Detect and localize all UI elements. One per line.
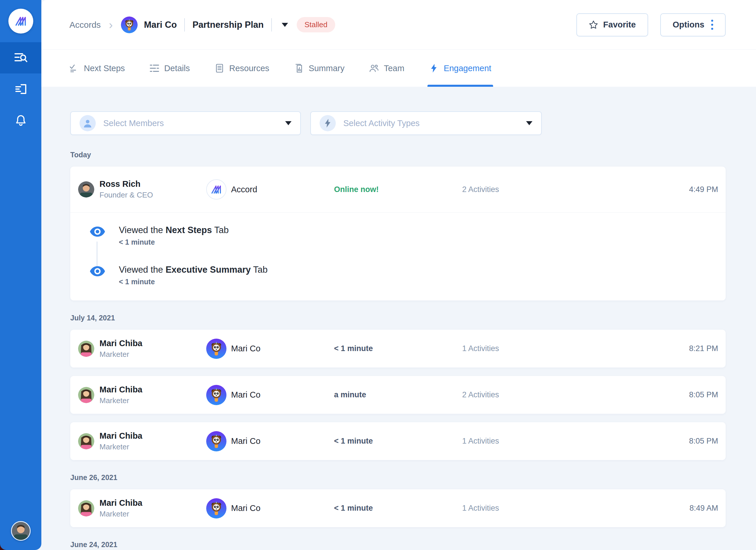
filters-row: Select Members Select Activity Types [70,111,726,135]
list-dashes-icon [150,64,159,73]
person-avatar [78,341,94,357]
org-avatar-marico [206,431,226,451]
engagement-content: Select Members Select Activity Types Tod… [41,111,756,550]
sidebar [0,0,41,550]
row-person: Mari Chiba Marketer [78,498,206,518]
activity-row: Mari Chiba Marketer Mari Co < 1 minute 1… [70,422,726,460]
row-activities-count: 2 Activities [462,390,689,399]
org-name: Accord [231,185,257,194]
engagement-status: a minute [334,390,366,399]
favorite-button[interactable]: Favorite [576,13,648,36]
select-activity-types-dropdown[interactable]: Select Activity Types [310,111,542,135]
options-button[interactable]: Options [660,13,726,36]
org-name: Mari Co [231,503,261,513]
tab-next-steps[interactable]: Next Steps [69,50,125,87]
sidebar-item-board[interactable] [0,73,41,105]
user-avatar-photo [12,522,30,540]
activity-row: Mari Chiba Marketer Mari Co < 1 minute 1… [70,330,726,368]
row-time: 4:49 PM [689,185,718,194]
status-badge: Stalled [297,17,335,32]
star-icon [589,20,598,29]
user-avatar[interactable] [11,521,31,541]
chevron-down-icon [526,121,532,125]
breadcrumb-divider [271,18,272,32]
row-activities-count: 1 Activities [462,504,689,513]
board-icon [15,84,27,95]
tab-team[interactable]: Team [369,50,404,87]
member-filter-avatar [80,115,96,131]
breadcrumb-divider [184,18,185,32]
person-avatar [78,433,94,449]
row-engagement: < 1 minute [334,504,462,513]
accord-logo[interactable] [8,9,33,34]
row-engagement: < 1 minute [334,344,462,353]
sidebar-item-search[interactable] [0,42,41,73]
tab-label: Engagement [444,64,491,73]
person-icon [83,119,92,128]
sidebar-item-notifications[interactable] [0,105,41,136]
row-org: Mari Co [206,385,334,405]
activity-row: Mari Chiba Marketer Mari Co a minute 2 A… [70,376,726,414]
row-engagement: < 1 minute [334,437,462,446]
timeline-event-title: Viewed the Executive Summary Tab [119,264,726,275]
row-time: 8:49 AM [689,504,718,513]
person-avatar [78,387,94,403]
engagement-status: Online now! [334,185,379,194]
activity-row-card[interactable]: Mari Chiba Marketer Mari Co < 1 minute 1… [70,489,726,527]
company-avatar [121,16,138,33]
section-date-label: July 14, 2021 [70,314,726,322]
chevron-down-icon [285,121,292,125]
activity-row-card[interactable]: Mari Chiba Marketer Mari Co a minute 2 A… [70,376,726,414]
timeline-event-duration: < 1 minute [119,278,726,286]
person-name: Mari Chiba [99,431,142,441]
activity-section: June 26, 2021 Mari Chiba Marketer Mari C… [70,473,726,527]
tab-details[interactable]: Details [150,50,190,87]
org-name: Mari Co [231,436,261,446]
bell-icon [15,115,26,126]
row-person: Ross Rich Founder & CEO [78,179,206,200]
sidebar-nav [0,42,41,136]
activity-section: Today Ross Rich Founder & CEO Accord Onl… [70,151,726,300]
tab-engagement[interactable]: Engagement [429,50,491,87]
tab-label: Details [164,64,190,73]
list-search-icon [14,52,27,64]
row-time: 8:05 PM [689,390,718,399]
accord-logo-icon [14,14,27,28]
plan-dropdown-caret[interactable] [282,23,288,27]
select-members-dropdown[interactable]: Select Members [70,111,301,135]
row-org: Mari Co [206,431,334,451]
row-person: Mari Chiba Marketer [78,339,206,359]
timeline-event: Viewed the Executive Summary Tab < 1 min… [70,264,726,286]
row-time: 8:05 PM [689,437,718,446]
breadcrumb-accords-link[interactable]: Accords [69,20,101,30]
person-avatar [78,500,94,516]
eye-icon [90,266,105,276]
row-activities-count: 1 Activities [462,437,689,446]
timeline-event: Viewed the Next Steps Tab < 1 minute [70,225,726,246]
engagement-status: < 1 minute [334,344,373,353]
row-org: Accord [206,179,334,200]
tab-summary[interactable]: Summary [294,50,344,87]
engagement-status: < 1 minute [334,437,373,445]
engagement-status: < 1 minute [334,504,373,512]
activity-sections: Today Ross Rich Founder & CEO Accord Onl… [70,151,726,550]
activity-timeline: Viewed the Next Steps Tab < 1 minute Vie… [70,213,726,300]
checklist-icon [69,64,79,73]
person-role: Marketer [99,350,142,359]
activity-row: Mari Chiba Marketer Mari Co < 1 minute 1… [70,489,726,527]
expanded-activity-card[interactable]: Ross Rich Founder & CEO Accord Online no… [70,167,726,300]
person-name: Mari Chiba [99,385,142,394]
activity-row-card[interactable]: Mari Chiba Marketer Mari Co < 1 minute 1… [70,422,726,460]
row-person: Mari Chiba Marketer [78,385,206,405]
activity-row-card[interactable]: Mari Chiba Marketer Mari Co < 1 minute 1… [70,330,726,368]
org-avatar-marico [206,498,226,518]
tab-resources[interactable]: Resources [215,50,270,87]
section-date-label: Today [70,151,726,159]
activity-section: July 14, 2021 Mari Chiba Marketer Mari C… [70,314,726,460]
activity-section: June 24, 2021 [70,540,726,550]
lightning-icon [324,119,331,128]
person-role: Marketer [99,442,142,451]
select-activity-types-placeholder: Select Activity Types [343,119,420,128]
person-name: Mari Chiba [99,498,142,508]
timeline-event-title: Viewed the Next Steps Tab [119,225,726,236]
